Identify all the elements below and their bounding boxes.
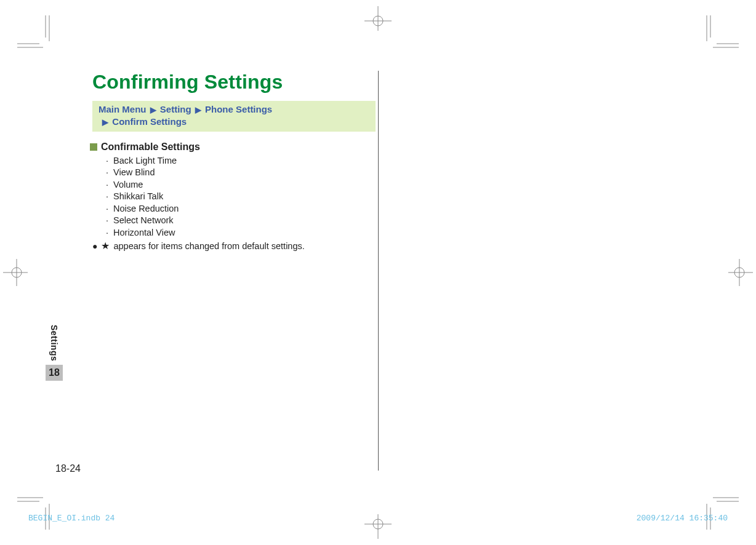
section-heading-text: Confirmable Settings [101, 141, 200, 153]
star-icon: ★ [101, 241, 110, 251]
crop-mark-icon [702, 15, 739, 52]
print-footer: BEGIN_E_OI.indb 24 2009/12/14 16:35:40 [28, 514, 728, 523]
crop-mark-icon [702, 493, 739, 530]
breadcrumb-segment: Phone Settings [205, 104, 272, 114]
registration-target-icon [728, 254, 753, 291]
crop-mark-icon [17, 15, 54, 52]
breadcrumb: Main Menu ▶ Setting ▶ Phone Settings ▶ C… [92, 101, 376, 132]
page-number: 18-24 [55, 463, 81, 474]
chevron-right-icon: ▶ [195, 105, 201, 114]
list-item: ·Horizontal View [106, 227, 376, 239]
footer-timestamp: 2009/12/14 16:35:40 [637, 514, 728, 523]
footer-file: BEGIN_E_OI.indb 24 [28, 514, 115, 523]
note: ● ★ appears for items changed from defau… [92, 241, 376, 251]
svg-point-24 [12, 268, 22, 277]
list-item: ·Noise Reduction [106, 203, 376, 215]
breadcrumb-segment: Main Menu [99, 104, 147, 114]
page-title: Confirming Settings [92, 71, 376, 93]
side-tab: Settings 18 [46, 325, 63, 381]
list-item: ·View Blind [106, 167, 376, 179]
square-bullet-icon [90, 143, 97, 151]
section-heading: Confirmable Settings [90, 141, 376, 153]
breadcrumb-segment: Confirm Settings [112, 116, 187, 127]
list-item: ·Volume [106, 179, 376, 191]
column-divider [378, 71, 379, 471]
breadcrumb-segment: Setting [160, 104, 191, 114]
list-item: ·Back Light Time [106, 155, 376, 167]
svg-point-27 [734, 268, 744, 277]
svg-point-18 [373, 16, 383, 26]
list-item: ·Shikkari Talk [106, 191, 376, 203]
bullet-icon: ● [92, 241, 97, 251]
chevron-right-icon: ▶ [102, 117, 108, 127]
list-item: ·Select Network [106, 215, 376, 227]
crop-mark-icon [17, 493, 54, 530]
settings-list: ·Back Light Time ·View Blind ·Volume ·Sh… [106, 155, 376, 239]
side-tab-chapter: 18 [46, 365, 63, 381]
registration-target-icon [3, 254, 28, 291]
chevron-right-icon: ▶ [150, 105, 156, 114]
side-tab-label: Settings [49, 325, 59, 361]
note-text: appears for items changed from default s… [113, 241, 304, 251]
registration-target-icon [360, 6, 396, 31]
